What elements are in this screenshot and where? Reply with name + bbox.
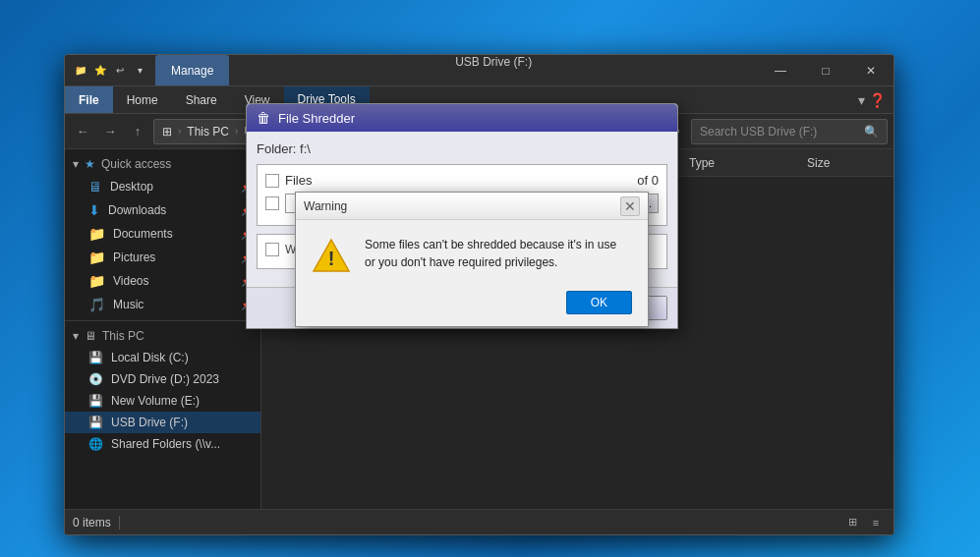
warning-close-button[interactable]: ✕ [620,196,640,216]
title-bar-controls: — □ ✕ [758,55,894,85]
shredder-title-bar: 🗑 File Shredder [247,104,677,132]
back-button[interactable]: ← [71,120,94,143]
shared-folders-label: Shared Folders (\\v... [111,437,220,451]
usb-drive-label: USB Drive (F:) [111,416,188,429]
shredder-folder-label: Folder: f:\ [257,141,311,156]
title-bar: 📁 ⭐ ↩ ▾ Manage USB Drive (F:) — □ ✕ [65,55,894,86]
search-icon[interactable]: 🔍 [864,125,879,139]
sidebar-item-videos[interactable]: 📁 Videos 📌 [65,269,260,293]
videos-label: Videos [113,274,148,288]
files-count: of 0 [637,173,659,188]
status-right: ⊞ ≡ [842,513,886,532]
pictures-icon: 📁 [88,250,105,265]
this-pc-label: This PC [102,329,144,343]
expand-icon: ▾ [132,63,147,79]
local-disk-icon: 💾 [88,351,103,364]
window-app-icon: 📁 [73,63,88,79]
minimize-button[interactable]: — [758,55,803,86]
sidebar-item-usb-drive[interactable]: 💾 USB Drive (F:) [65,412,260,433]
music-label: Music [113,298,144,311]
column-type[interactable]: Type [689,156,807,170]
ribbon-expand-icon[interactable]: ▾ ❓ [850,92,894,108]
column-size[interactable]: Size [807,156,886,170]
sidebar-quick-access-header[interactable]: ▾ ★ Quick access [65,153,260,175]
sidebar-item-shared-folders[interactable]: 🌐 Shared Folders (\\v... [65,433,260,455]
window-title: USB Drive (F:) [229,55,758,85]
ribbon-tab-home[interactable]: Home [113,86,172,113]
warning-message: Some files can't be shredded because it'… [365,236,616,271]
warning-button-row: OK [296,283,648,326]
warning-title-bar: Warning ✕ [296,193,648,220]
shredder-title-text: File Shredder [278,111,355,126]
quick-access-star-icon: ★ [85,157,95,171]
tab-manage[interactable]: Manage [155,55,229,85]
new-volume-label: New Volume (E:) [111,394,200,408]
quick-access-label: Quick access [101,157,171,171]
new-volume-icon: 💾 [88,394,103,408]
documents-icon: 📁 [88,226,105,242]
files-header-label: Files [285,173,312,188]
downloads-icon: ⬇ [88,202,100,218]
sidebar-item-documents[interactable]: 📁 Documents 📌 [65,222,260,246]
warning-ok-button[interactable]: OK [566,291,632,314]
sidebar-divider [65,320,260,321]
sidebar-item-local-disk[interactable]: 💾 Local Disk (C:) [65,347,260,368]
up-button[interactable]: ↑ [126,120,149,143]
col-type-label: Type [689,156,715,170]
sidebar-item-desktop[interactable]: 🖥 Desktop 📌 [65,175,260,198]
warning-title-text: Warning [304,199,347,213]
file-row-1-checkbox[interactable] [265,196,279,210]
sidebar-item-downloads[interactable]: ⬇ Downloads 📌 [65,198,260,222]
documents-label: Documents [113,227,173,241]
view-details-button[interactable]: ≡ [866,513,886,532]
dvd-drive-icon: 💿 [88,372,103,386]
sidebar-item-music[interactable]: 🎵 Music 📌 [65,293,260,316]
music-icon: 🎵 [88,297,105,312]
sidebar-item-new-volume[interactable]: 💾 New Volume (E:) [65,390,260,412]
warning-icon: ! [312,236,351,275]
title-bar-tabs: Manage USB Drive (F:) [155,55,758,85]
warning-body: ! Some files can't be shredded because i… [296,220,648,283]
pictures-label: Pictures [113,251,155,264]
sidebar-quick-access-section: ▾ ★ Quick access 🖥 Desktop 📌 ⬇ Downloads… [65,153,260,316]
address-this-pc: This PC [187,125,229,139]
usb-drive-icon: 💾 [88,416,103,429]
sidebar-item-pictures[interactable]: 📁 Pictures 📌 [65,246,260,269]
warning-dialog: Warning ✕ ! Some files can't be shredded… [295,192,649,327]
undo-icon: ↩ [112,63,128,79]
forward-button[interactable]: → [98,120,122,143]
wipe-checkbox[interactable] [265,243,279,256]
col-size-label: Size [807,156,830,170]
desktop-icon: 🖥 [88,179,102,195]
search-box[interactable]: Search USB Drive (F:) 🔍 [691,119,888,144]
address-sep-2: › [235,126,238,137]
shredder-icon: 🗑 [257,110,270,126]
warning-message-line2: or you don't have required privileges. [365,253,616,271]
warning-message-line1: Some files can't be shredded because it'… [365,236,616,253]
maximize-button[interactable]: □ [803,55,848,86]
status-divider [119,516,120,529]
sidebar-item-dvd-drive[interactable]: 💿 DVD Drive (D:) 2023 [65,368,260,390]
files-checkbox[interactable] [265,174,279,188]
local-disk-label: Local Disk (C:) [111,351,189,364]
downloads-label: Downloads [108,203,166,217]
view-large-icon-button[interactable]: ⊞ [842,513,862,532]
title-bar-icons: 📁 ⭐ ↩ ▾ [65,63,155,79]
this-pc-arrow: ▾ [73,329,79,343]
svg-text:!: ! [328,248,335,269]
sidebar: ▾ ★ Quick access 🖥 Desktop 📌 ⬇ Downloads… [65,149,261,509]
quick-access-icon: ⭐ [92,63,108,79]
sidebar-this-pc-section: ▾ 🖥 This PC 💾 Local Disk (C:) 💿 DVD Driv… [65,325,260,455]
search-placeholder-text: Search USB Drive (F:) [700,125,858,139]
address-sep-1: › [178,126,181,137]
status-bar: 0 items ⊞ ≡ [65,509,894,534]
videos-icon: 📁 [88,273,105,289]
address-home-icon: ⊞ [162,125,172,139]
quick-access-arrow: ▾ [73,157,79,171]
shredder-files-header: Files of 0 [265,173,659,188]
ribbon-tab-share[interactable]: Share [172,86,231,113]
close-button[interactable]: ✕ [848,55,894,86]
ribbon-tab-file[interactable]: File [65,86,113,113]
shared-folders-icon: 🌐 [88,437,103,451]
sidebar-this-pc-header[interactable]: ▾ 🖥 This PC [65,325,260,347]
